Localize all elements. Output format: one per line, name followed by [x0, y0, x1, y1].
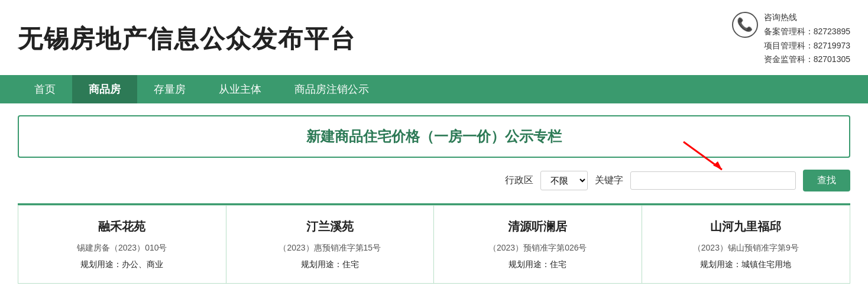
card-0-name: 融禾花苑 [30, 219, 214, 235]
hotline-label: 咨询热线 [764, 11, 850, 25]
line1-label: 备案管理科： [764, 27, 814, 36]
main-nav: 首页 商品房 存量房 从业主体 商品房注销公示 [0, 75, 868, 103]
card-0[interactable]: 融禾花苑 锡建房备（2023）010号 规划用途：办公、商业 [18, 206, 226, 283]
contact-line2: 项目管理科：82719973 [764, 39, 850, 53]
line2-label: 项目管理科： [764, 41, 814, 50]
contact-details: 咨询热线 备案管理科：82723895 项目管理科：82719973 资金监管科… [764, 11, 850, 67]
property-cards-wrapper: 融禾花苑 锡建房备（2023）010号 规划用途：办公、商业 汀兰溪苑 （202… [18, 203, 850, 284]
card-3-permit: （2023）锡山预销准字第9号 [654, 243, 838, 254]
line3-value: 82701305 [814, 54, 850, 64]
card-1-name: 汀兰溪苑 [238, 219, 422, 235]
keyword-label: 关键字 [595, 174, 623, 187]
keyword-input[interactable] [630, 171, 796, 190]
card-1-usage-value: 住宅 [342, 259, 359, 269]
card-2[interactable]: 清源听澜居 （2023）预销准字第026号 规划用途：住宅 [434, 206, 642, 283]
nav-item-home[interactable]: 首页 [18, 75, 72, 103]
card-1-permit: （2023）惠预销准字第15号 [238, 243, 422, 254]
card-0-usage-value: 办公、商业 [122, 259, 163, 269]
card-2-usage-label: 规划用途： [509, 259, 550, 269]
line1-value: 82723895 [814, 27, 850, 36]
banner-title: 新建商品住宅价格（一房一价）公示专栏 [30, 127, 838, 146]
line3-label: 资金监管科： [764, 54, 814, 64]
contact-line3: 资金监管科：82701305 [764, 53, 850, 67]
district-label: 行政区 [505, 174, 533, 187]
banner: 新建商品住宅价格（一房一价）公示专栏 [18, 115, 850, 158]
card-3-name: 山河九里福邱 [654, 219, 838, 235]
site-title: 无锡房地产信息公众发布平台 [18, 22, 356, 56]
card-3-usage: 规划用途：城镇住宅用地 [654, 259, 838, 270]
card-3-usage-value: 城镇住宅用地 [741, 259, 791, 269]
card-1-usage-label: 规划用途： [301, 259, 342, 269]
header: 无锡房地产信息公众发布平台 📞 咨询热线 备案管理科：82723895 项目管理… [0, 0, 868, 75]
card-0-usage: 规划用途：办公、商业 [30, 259, 214, 270]
nav-item-stock[interactable]: 存量房 [137, 75, 202, 103]
card-2-name: 清源听澜居 [446, 219, 630, 235]
search-button[interactable]: 查找 [803, 170, 850, 191]
contact-line1: 备案管理科：82723895 [764, 25, 850, 39]
card-2-usage-value: 住宅 [550, 259, 566, 269]
card-2-usage: 规划用途：住宅 [446, 259, 630, 270]
line2-value: 82719973 [814, 41, 850, 50]
card-1-usage: 规划用途：住宅 [238, 259, 422, 270]
district-select[interactable]: 不限 [540, 171, 588, 190]
phone-icon: 📞 [732, 12, 758, 38]
nav-item-cancel[interactable]: 商品房注销公示 [278, 75, 386, 103]
card-1[interactable]: 汀兰溪苑 （2023）惠预销准字第15号 规划用途：住宅 [226, 206, 435, 283]
card-3-usage-label: 规划用途： [700, 259, 741, 269]
card-3[interactable]: 山河九里福邱 （2023）锡山预销准字第9号 规划用途：城镇住宅用地 [642, 206, 850, 283]
nav-item-commodity[interactable]: 商品房 [72, 75, 137, 103]
main-content: 新建商品住宅价格（一房一价）公示专栏 行政区 不限 关键字 查找 融禾花苑 锡建… [0, 103, 868, 295]
property-cards: 融禾花苑 锡建房备（2023）010号 规划用途：办公、商业 汀兰溪苑 （202… [18, 205, 850, 284]
card-0-usage-label: 规划用途： [80, 259, 122, 269]
card-2-permit: （2023）预销准字第026号 [446, 243, 630, 254]
svg-marker-1 [713, 161, 722, 170]
search-bar: 行政区 不限 关键字 查找 [18, 170, 850, 191]
nav-item-industry[interactable]: 从业主体 [202, 75, 278, 103]
contact-info-block: 📞 咨询热线 备案管理科：82723895 项目管理科：82719973 资金监… [732, 11, 850, 67]
card-0-permit: 锡建房备（2023）010号 [30, 243, 214, 254]
